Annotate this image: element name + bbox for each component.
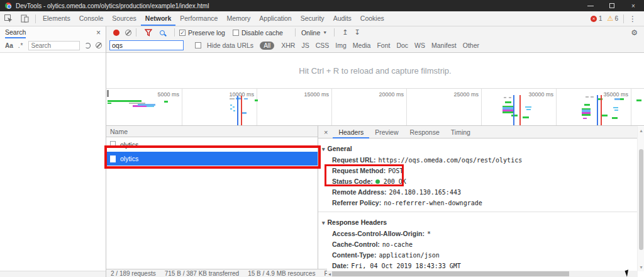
tab-memory[interactable]: Memory [222,11,255,26]
scrollbar-thumb[interactable] [332,271,569,276]
scrollbar-thumb[interactable] [639,149,643,250]
throttling-select[interactable]: Online [301,29,320,37]
header-value: 200 OK [384,178,406,185]
minimize-button[interactable] [580,0,601,11]
gear-icon[interactable]: ⚙ [631,28,638,37]
details-close-icon[interactable]: × [318,128,333,136]
import-har-icon[interactable]: ↥ [342,28,348,37]
scroll-down-icon[interactable]: ▾ [638,264,644,270]
disable-cache-checkbox[interactable] [233,30,239,36]
tab-timing[interactable]: Timing [445,126,476,138]
tab-application[interactable]: Application [255,11,296,26]
tick-label: 35000 ms [591,91,628,98]
waterfall-bar [636,99,641,101]
waterfall-bar [147,106,154,107]
type-filter-ws[interactable]: WS [411,42,428,49]
preserve-log-label[interactable]: Preserve log [188,29,225,37]
waterfall-bar [244,98,248,99]
type-filter-js[interactable]: JS [298,42,312,49]
export-har-icon[interactable]: ↧ [354,28,360,37]
column-header-name[interactable]: Name [106,126,318,137]
details-vertical-scrollbar[interactable]: ▴ ▾ [637,127,644,271]
type-filter-media[interactable]: Media [350,42,374,49]
scroll-up-icon[interactable]: ▴ [638,128,644,133]
type-filter-font[interactable]: Font [374,42,393,49]
hide-data-urls-checkbox[interactable] [195,42,201,48]
tab-cookies[interactable]: Cookies [356,11,389,26]
horizontal-scrollbar[interactable]: ◂ [327,271,638,277]
search-requests-icon[interactable] [160,30,165,35]
type-filter-img[interactable]: Img [332,42,350,49]
waterfall-bar [523,116,529,118]
response-headers-section-title[interactable]: ▾Response Headers [322,218,638,226]
tab-network[interactable]: Network [141,11,175,26]
waterfall-bar [108,100,142,102]
search-input[interactable] [28,41,80,50]
type-filter-all[interactable]: All [260,42,274,50]
type-filter-manifest[interactable]: Manifest [428,42,460,49]
request-row[interactable]: olytics [106,139,318,150]
network-overview-timeline[interactable]: 5000 ms 10000 ms 15000 ms 20000 ms 25000… [106,88,644,126]
type-filter-other[interactable]: Other [460,42,482,49]
window-title: DevTools - olytics.omeda.com/olytics/pro… [16,3,209,9]
header-value: POST [388,167,403,174]
divider [136,28,136,37]
header-name: Remote Address: [332,188,387,196]
status-ok-icon [375,179,380,184]
hide-data-urls-label[interactable]: Hide data URLs [207,42,253,49]
clear-icon[interactable] [96,42,102,48]
window-title-bar: DevTools - olytics.omeda.com/olytics/pro… [0,0,644,11]
chrome-logo-icon [5,3,11,9]
tab-sources[interactable]: Sources [108,11,141,26]
search-close-icon[interactable]: × [96,28,101,37]
overview-handle[interactable] [107,90,109,97]
filmstrip-hint-area: Hit Ctrl + R to reload and capture films… [106,53,644,88]
tab-performance[interactable]: Performance [175,11,222,26]
preserve-log-checkbox[interactable]: ✓ [179,30,186,36]
request-row-selected[interactable]: olytics [106,152,318,166]
scroll-left-icon[interactable]: ◂ [327,271,332,277]
tab-elements[interactable]: Elements [38,11,75,26]
general-section-title[interactable]: ▾General [322,145,638,152]
collapse-arrow-icon: ▾ [322,146,325,152]
filter-input[interactable] [109,40,184,50]
search-drawer-tab[interactable]: Search [5,26,26,38]
header-value: 204.180.130.165:443 [389,189,461,196]
tab-headers[interactable]: Headers [333,126,369,138]
tab-audits[interactable]: Audits [329,11,356,26]
search-drawer-header: Search × [0,26,106,38]
tab-security[interactable]: Security [296,11,329,26]
domcontentloaded-line [237,96,238,126]
error-badge-icon[interactable]: × [591,16,597,22]
maximize-button[interactable] [601,0,623,11]
record-button[interactable] [113,30,119,36]
match-case-toggle[interactable]: Aa [5,42,13,49]
type-filter-css[interactable]: CSS [313,42,333,49]
gridline [257,89,257,126]
waterfall-bar [164,101,168,103]
gridline [182,89,182,126]
inspect-element-icon[interactable] [3,14,13,24]
tab-console[interactable]: Console [75,11,108,26]
warning-count: 6 [614,15,618,22]
tab-preview[interactable]: Preview [369,126,404,138]
header-value: * [427,230,431,237]
kebab-menu-icon[interactable]: ⋮ [623,14,641,23]
close-button[interactable]: × [623,0,644,11]
regex-toggle[interactable]: .* [18,42,24,49]
clear-requests-icon[interactable] [125,30,131,36]
refresh-icon[interactable] [85,43,91,48]
device-toolbar-icon[interactable] [19,14,30,24]
disable-cache-label[interactable]: Disable cache [242,29,283,37]
type-filter-xhr[interactable]: XHR [278,42,298,49]
header-name: Status Code: [332,178,373,185]
warning-badge-icon[interactable]: ⚠ [608,14,614,23]
divider [174,28,175,37]
header-line: Cache-Control:no-cache [318,239,638,249]
filter-funnel-icon[interactable] [145,29,152,37]
tab-response[interactable]: Response [404,126,445,138]
collapse-arrow-icon: ▾ [322,220,325,226]
waterfall-bar [620,98,624,100]
waterfall-bar [612,117,618,119]
type-filter-doc[interactable]: Doc [393,42,411,49]
